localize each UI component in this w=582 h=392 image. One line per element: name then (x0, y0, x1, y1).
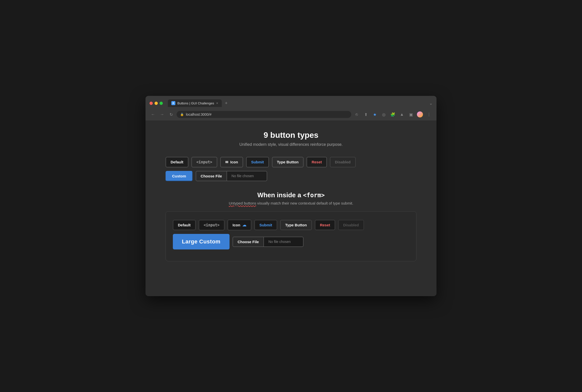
form-type-button-button[interactable]: Type Button (280, 220, 312, 230)
no-file-chosen-text: No file chosen (227, 171, 267, 181)
external-link-button[interactable]: ⎋ (353, 111, 360, 118)
user-avatar (417, 111, 423, 117)
tab-favicon: B (171, 101, 175, 105)
default-button[interactable]: Default (166, 157, 188, 167)
close-window-button[interactable] (150, 102, 153, 105)
custom-file-row: Custom Choose File No file chosen (166, 171, 416, 181)
browser-window: B Buttons | GUI Challenges × + ⌄ ← → ↻ 🔒 (145, 96, 436, 296)
traffic-lights (150, 102, 163, 105)
cloud-icon: ☁ (242, 223, 246, 227)
reset-button[interactable]: Reset (307, 157, 327, 167)
title-bar: B Buttons | GUI Challenges × + ⌄ (145, 96, 436, 109)
form-input-button[interactable]: <input> (199, 220, 225, 230)
submit-button[interactable]: Submit (246, 157, 269, 167)
form-button-type-row: Default <input> Icon ☁ Submit Type Butto… (173, 220, 409, 230)
minimize-window-button[interactable] (155, 102, 158, 105)
more-menu-button[interactable]: ⋮ (425, 111, 432, 118)
forward-button[interactable]: → (159, 111, 166, 118)
fullscreen-window-button[interactable] (160, 102, 163, 105)
extension-black-button[interactable]: ▲ (398, 111, 405, 118)
address-bar[interactable]: 🔒 localhost:3000/# (177, 111, 351, 118)
avatar-button[interactable] (416, 111, 423, 118)
form-default-button[interactable]: Default (173, 220, 196, 230)
form-container: Default <input> Icon ☁ Submit Type Butto… (166, 211, 416, 261)
form-choose-file-button[interactable]: Choose File (233, 237, 263, 247)
extension-pizza-button[interactable]: ◎ (380, 111, 387, 118)
page-subtitle: Unified modern style, visual differences… (166, 142, 416, 147)
browser-chrome: B Buttons | GUI Challenges × + ⌄ ← → ↻ 🔒 (145, 96, 436, 120)
custom-button[interactable]: Custom (166, 171, 193, 181)
envelope-icon: ✉ (225, 160, 228, 164)
extensions-button[interactable]: 🧩 (389, 111, 396, 118)
form-file-input-group: Choose File No file chosen (233, 237, 304, 247)
form-section-header: When inside a <form> Untyped buttons vis… (166, 191, 416, 205)
button-type-row: Default <input> ✉ Icon Submit Type Butto… (166, 157, 416, 167)
type-button-button[interactable]: Type Button (272, 157, 304, 167)
input-button[interactable]: <input> (191, 157, 217, 167)
nav-actions: ⎋ ⬆ ★ ◎ 🧩 ▲ ▣ ⋮ (353, 111, 432, 118)
large-custom-button[interactable]: Large Custom (173, 234, 230, 249)
bookmark-button[interactable]: ★ (371, 111, 378, 118)
page-header: 9 button types Unified modern style, vis… (166, 130, 416, 147)
form-reset-button[interactable]: Reset (315, 220, 335, 230)
active-tab[interactable]: B Buttons | GUI Challenges × (168, 99, 222, 107)
tab-expand-button[interactable]: ⌄ (429, 101, 432, 106)
new-tab-button[interactable]: + (223, 100, 230, 107)
file-input-group: Choose File No file chosen (196, 171, 267, 181)
back-button[interactable]: ← (150, 111, 157, 118)
choose-file-button[interactable]: Choose File (196, 171, 227, 181)
url-text: localhost:3000/# (186, 112, 211, 116)
share-button[interactable]: ⬆ (362, 111, 369, 118)
tab-title: Buttons | GUI Challenges (177, 101, 214, 105)
sidebar-button[interactable]: ▣ (407, 111, 414, 118)
form-custom-file-row: Large Custom Choose File No file chosen (173, 234, 409, 249)
nav-bar: ← → ↻ 🔒 localhost:3000/# ⎋ ⬆ ★ ◎ 🧩 ▲ ▣ ⋮ (145, 109, 436, 120)
icon-button[interactable]: ✉ Icon (220, 157, 243, 167)
form-icon-button[interactable]: Icon ☁ (228, 220, 251, 230)
tab-close-button[interactable]: × (216, 101, 218, 105)
page-content: 9 button types Unified modern style, vis… (145, 120, 436, 296)
untyped-text: Untyped buttons (229, 201, 256, 205)
form-section-subtitle: Untyped buttons visually match their new… (166, 201, 416, 205)
form-disabled-button: Disabled (338, 220, 364, 230)
form-section-title: When inside a <form> (166, 191, 416, 199)
tab-bar: B Buttons | GUI Challenges × + ⌄ (168, 99, 432, 107)
security-lock-icon: 🔒 (180, 113, 184, 116)
form-submit-button[interactable]: Submit (254, 220, 277, 230)
refresh-button[interactable]: ↻ (168, 111, 175, 118)
form-no-file-chosen-text: No file chosen (263, 237, 304, 247)
disabled-button: Disabled (330, 157, 356, 167)
page-title: 9 button types (166, 130, 416, 140)
